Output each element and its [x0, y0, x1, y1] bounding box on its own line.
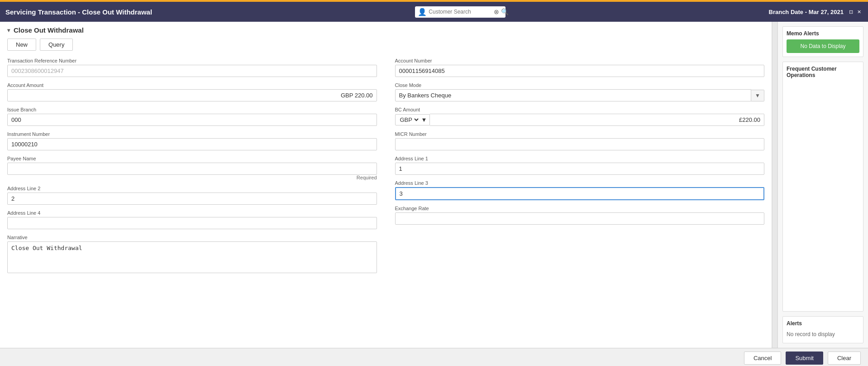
close-mode-row: By Bankers Cheque ▼ [395, 89, 765, 101]
address-line4-input[interactable] [7, 217, 377, 229]
bc-amount-input[interactable] [430, 114, 764, 126]
instrument-number-group: Instrument Number [7, 131, 377, 150]
issue-branch-input[interactable] [7, 114, 377, 126]
close-mode-dropdown-btn[interactable]: ▼ [751, 90, 764, 101]
address-line4-label: Address Line 4 [7, 210, 377, 216]
submit-button[interactable]: Submit [786, 352, 823, 365]
account-number-input[interactable] [395, 65, 765, 77]
clear-search-icon[interactable]: ⊗ [494, 8, 499, 15]
account-number-group: Account Number [395, 58, 765, 77]
micr-number-input[interactable] [395, 138, 765, 150]
search-icon[interactable]: 🔍 [501, 8, 509, 15]
left-column: Transaction Reference Number Account Amo… [7, 58, 377, 280]
bottom-bar: Cancel Submit Clear [0, 348, 868, 366]
payee-name-required: Required [7, 175, 377, 180]
exchange-rate-label: Exchange Rate [395, 206, 765, 211]
narrative-group: Narrative [7, 235, 377, 274]
top-bar-right: Branch Date - Mar 27, 2021 ⊡ ✕ [769, 9, 863, 15]
exchange-rate-input[interactable] [395, 212, 765, 225]
payee-name-label: Payee Name [7, 156, 377, 161]
customer-search-input[interactable] [429, 9, 492, 15]
account-amount-input[interactable] [7, 89, 377, 101]
account-number-label: Account Number [395, 58, 765, 63]
instrument-number-label: Instrument Number [7, 131, 377, 137]
bc-amount-label: BC Amount [395, 107, 765, 112]
section-title: Close Out Withdrawal [14, 26, 84, 34]
alerts-title: Alerts [787, 320, 859, 327]
account-amount-group: Account Amount [7, 82, 377, 101]
narrative-textarea[interactable] [7, 241, 377, 273]
micr-number-label: MICR Number [395, 131, 765, 137]
transaction-ref-group: Transaction Reference Number [7, 58, 377, 77]
micr-number-group: MICR Number [395, 131, 765, 150]
currency-dropdown-icon: ▼ [421, 116, 427, 123]
address-line2-label: Address Line 2 [7, 186, 377, 191]
right-column: Account Number Close Mode By Bankers Che… [395, 58, 765, 280]
query-button[interactable]: Query [40, 39, 73, 51]
address-line4-group: Address Line 4 [7, 210, 377, 229]
frequent-ops-section: Frequent Customer Operations [782, 62, 863, 312]
content-area: ▾ Close Out Withdrawal New Query Transac… [0, 22, 772, 348]
no-data-button[interactable]: No Data to Display [787, 39, 859, 53]
no-record-text: No record to display [787, 329, 859, 339]
account-amount-label: Account Amount [7, 82, 377, 88]
address-line3-label: Address Line 3 [395, 180, 765, 186]
app-title: Servicing Transaction - Close Out Withdr… [5, 8, 152, 16]
memo-alerts-title: Memo Alerts [787, 30, 859, 37]
maximize-icon[interactable]: ⊡ [848, 9, 854, 15]
address-line3-input[interactable] [395, 187, 765, 200]
customer-search-box[interactable]: 👤 ⊗ 🔍 [415, 6, 506, 18]
instrument-number-input[interactable] [7, 138, 377, 150]
close-mode-select[interactable]: By Bankers Cheque [395, 89, 752, 101]
address-line2-input[interactable] [7, 193, 377, 205]
bc-amount-row: GBP ▼ [395, 114, 765, 126]
new-button[interactable]: New [7, 39, 36, 51]
address-line1-input[interactable] [395, 163, 765, 175]
window-controls: ⊡ ✕ [848, 9, 863, 15]
clear-button[interactable]: Clear [828, 352, 861, 365]
main-container: ▾ Close Out Withdrawal New Query Transac… [0, 22, 868, 348]
alerts-section: Alerts No record to display [782, 316, 863, 343]
branch-date: Branch Date - Mar 27, 2021 [769, 9, 844, 15]
collapse-icon[interactable]: ▾ [7, 27, 10, 34]
bc-currency-select[interactable]: GBP [398, 116, 420, 124]
address-line3-group: Address Line 3 [395, 180, 765, 200]
address-line2-group: Address Line 2 [7, 186, 377, 205]
payee-name-input[interactable] [7, 163, 377, 175]
transaction-ref-label: Transaction Reference Number [7, 58, 377, 63]
cancel-button[interactable]: Cancel [744, 352, 781, 365]
section-header: ▾ Close Out Withdrawal [7, 26, 764, 34]
frequent-ops-title: Frequent Customer Operations [787, 66, 859, 78]
exchange-rate-group: Exchange Rate [395, 206, 765, 225]
transaction-ref-input[interactable] [7, 65, 377, 77]
separator-panel [772, 22, 777, 348]
payee-name-group: Payee Name Required [7, 156, 377, 180]
action-buttons: New Query [7, 39, 764, 51]
form-grid: Transaction Reference Number Account Amo… [7, 58, 764, 280]
currency-select-box[interactable]: GBP ▼ [395, 114, 430, 125]
user-icon: 👤 [418, 8, 427, 16]
issue-branch-group: Issue Branch [7, 107, 377, 126]
close-icon[interactable]: ✕ [856, 9, 863, 15]
close-mode-group: Close Mode By Bankers Cheque ▼ [395, 82, 765, 101]
issue-branch-label: Issue Branch [7, 107, 377, 112]
close-mode-label: Close Mode [395, 82, 765, 88]
narrative-label: Narrative [7, 235, 377, 240]
address-line1-label: Address Line 1 [395, 156, 765, 161]
address-line1-group: Address Line 1 [395, 156, 765, 175]
memo-alerts-section: Memo Alerts No Data to Display [782, 26, 863, 57]
right-sidebar: Memo Alerts No Data to Display Frequent … [777, 22, 868, 348]
bc-amount-group: BC Amount GBP ▼ [395, 107, 765, 126]
top-bar: Servicing Transaction - Close Out Withdr… [0, 2, 868, 22]
